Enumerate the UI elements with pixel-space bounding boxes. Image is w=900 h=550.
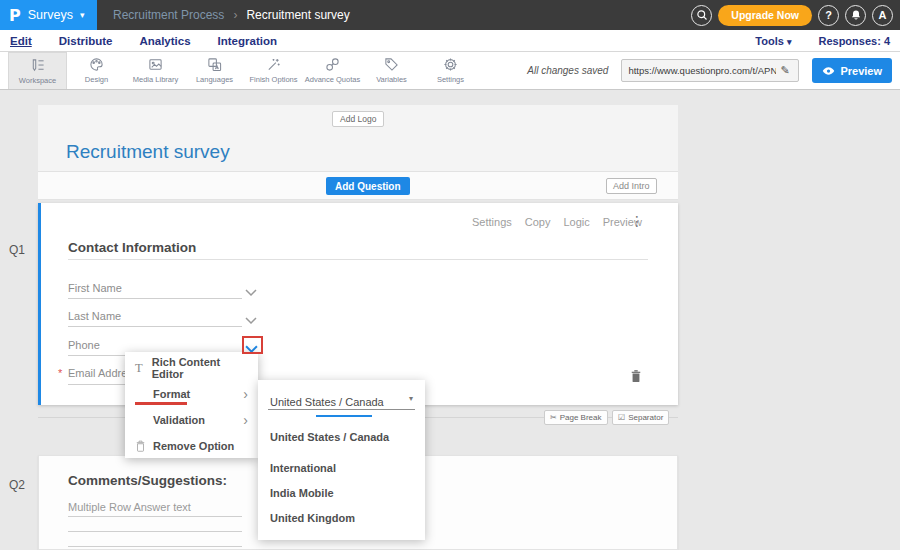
eye-icon [822,66,835,76]
format-option-international[interactable]: International [270,462,336,474]
question-settings-action[interactable]: Settings [472,216,512,228]
toolbar-item-variables[interactable]: Variables [362,52,421,89]
caret-down-icon: ▾ [409,394,413,403]
question-logic-action[interactable]: Logic [563,216,589,228]
toolbar-label-media-library: Media Library [133,75,178,84]
chevron-down-icon [245,288,257,297]
edit-toolbar: Workspace Design Media Library Languages… [0,52,900,90]
toolbar-label-workspace: Workspace [19,76,56,85]
breadcrumb-folder[interactable]: Recruitment Process [113,8,224,22]
question1-divider [68,259,648,260]
toolbar-item-advance-quotas[interactable]: Advance Quotas [303,52,362,89]
format-selected-value: United States / Canada [270,396,384,408]
menu-label-remove-option: Remove Option [153,440,234,452]
trash-outline-icon [135,440,153,452]
topbar-actions: Upgrade Now ? A [691,5,900,26]
toolbar-label-variables: Variables [376,75,407,84]
notifications-button[interactable] [845,5,866,26]
toolbar-label-settings: Settings [437,75,464,84]
field-first-name-dropdown[interactable] [245,283,257,301]
question2-answer-placeholder[interactable]: Multiple Row Answer text [68,501,191,513]
toolbar-label-languages: Languages [196,75,233,84]
tab-integration[interactable]: Integration [218,30,277,52]
survey-url-input[interactable] [628,65,776,76]
languages-icon [207,57,222,72]
help-button[interactable]: ? [818,5,839,26]
question1-more-menu-icon[interactable]: ⋮ [630,213,644,229]
toolbar-item-languages[interactable]: Languages [185,52,244,89]
search-icon [696,9,708,21]
question-copy-action[interactable]: Copy [525,216,551,228]
add-logo-button[interactable]: Add Logo [332,111,384,127]
tab-distribute[interactable]: Distribute [59,30,113,52]
separator-label: Separator [628,413,663,422]
bell-icon [850,9,862,21]
chevron-down-icon [245,316,257,325]
annotation-highlight-box [242,336,263,354]
question1-title[interactable]: Contact Information [68,240,196,255]
media-library-icon [148,57,163,72]
chevron-right-icon: › [243,413,248,427]
field-label-first-name[interactable]: First Name [68,282,122,294]
toolbar-item-design[interactable]: Design [67,52,126,89]
responses-link[interactable]: Responses: 4 [818,35,890,47]
search-button[interactable] [691,5,712,26]
field-last-name-dropdown[interactable] [245,311,257,329]
question1-actions: Settings Copy Logic Preview [472,216,642,228]
toolbar-label-design: Design [85,75,108,84]
annotation-red-underline [135,402,187,405]
menu-item-remove-option[interactable]: Remove Option [125,433,258,459]
menu-item-validation[interactable]: Validation › [125,407,258,433]
format-select-underline [268,409,415,410]
upgrade-now-button[interactable]: Upgrade Now [718,5,812,26]
toolbar-label-advance-quotas: Advance Quotas [305,75,360,84]
toolbar-item-workspace[interactable]: Workspace [8,52,67,89]
questionpro-logo-icon: P [9,6,21,25]
page-break-button[interactable]: ✂ Page Break [544,410,608,425]
field-first-name-underline [68,298,242,299]
format-option-india-mobile[interactable]: India Mobile [270,487,334,499]
toolbar-item-media-library[interactable]: Media Library [126,52,185,89]
field-label-last-name[interactable]: Last Name [68,310,121,322]
separator-button[interactable]: ☑ Separator [612,410,669,425]
breadcrumb-current-survey: Recruitment survey [246,8,349,22]
add-intro-button[interactable]: Add Intro [606,178,657,194]
survey-url-box: ✎ [621,59,799,82]
section-tab-bar: Edit Distribute Analytics Integration To… [0,30,900,52]
answer-line [68,531,242,532]
toolbar-label-finish-options: Finish Options [250,75,298,84]
delete-row-button[interactable] [630,369,642,387]
toolbar-item-finish-options[interactable]: Finish Options [244,52,303,89]
question2-title[interactable]: Comments/Suggestions: [68,473,227,488]
add-question-button[interactable]: Add Question [326,177,410,195]
survey-editor-app: P Surveys ▾ Recruitment Process › Recrui… [0,0,900,550]
format-option-us-canada[interactable]: United States / Canada [270,431,389,443]
avatar[interactable]: A [872,5,893,26]
format-select-focus-indicator [316,415,372,417]
edit-url-icon[interactable]: ✎ [780,64,789,77]
field-label-phone[interactable]: Phone [68,339,100,351]
question1-number: Q1 [9,243,25,257]
menu-item-rich-content-editor[interactable]: T Rich Content Editor [125,355,258,381]
advance-quotas-icon [325,57,340,72]
tab-analytics[interactable]: Analytics [139,30,190,52]
settings-icon [443,57,458,72]
rich-text-icon: T [135,361,152,376]
caret-down-icon: ▾ [80,11,85,20]
preview-button[interactable]: Preview [812,58,892,83]
scissors-icon: ✂ [550,413,557,422]
workspace-icon [30,58,45,73]
tools-menu[interactable]: Tools ▾ [755,35,791,47]
page-break-label: Page Break [560,413,602,422]
product-menu[interactable]: P Surveys ▾ [0,0,97,30]
product-menu-label: Surveys [28,8,73,22]
survey-title[interactable]: Recruitment survey [66,141,230,163]
format-select[interactable]: United States / Canada ▾ [270,392,413,410]
trash-icon [630,369,642,383]
answer-line [68,546,242,547]
answer-line [68,516,242,517]
tabbar-right: Tools ▾ Responses: 4 [755,35,890,47]
toolbar-item-settings[interactable]: Settings [421,52,480,89]
format-option-united-kingdom[interactable]: United Kingdom [270,512,355,524]
tab-edit[interactable]: Edit [10,30,32,52]
